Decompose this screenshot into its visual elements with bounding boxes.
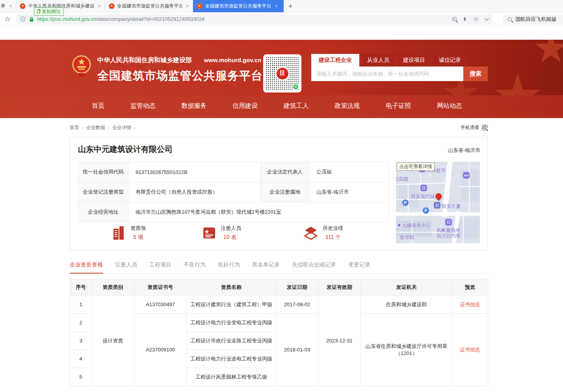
tab-dishonesty-records[interactable]: 失信联合惩戒记录: [292, 261, 336, 273]
certificate-info-link[interactable]: 证书信息: [460, 347, 480, 353]
id-badge-icon: [202, 226, 216, 240]
tab-enterprise-qualifications[interactable]: 企业资质资格: [70, 261, 103, 274]
stat-value: 10 名: [221, 234, 241, 241]
authority-cell: 住房和城乡建设部: [361, 296, 452, 314]
nav-item-home[interactable]: 首页: [92, 102, 104, 110]
company-name: 山东中元建筑设计有限公司: [78, 144, 173, 155]
reg-type-value: 有限责任公司（自然人投资或控股）: [128, 182, 261, 202]
close-icon[interactable]: ×: [98, 3, 101, 9]
search-category-tabs: 建设工程企业 从业人员 建设项目 诚信记录: [311, 54, 488, 67]
nav-item-supervision[interactable]: 监管动态: [130, 102, 156, 110]
main-navigation: 首页 监管动态 数据服务 信用建设 建筑工人 政策法规 电子证照 网站动态: [0, 95, 563, 118]
breadcrumb-separator: ›: [82, 125, 84, 131]
platform-title: 全国建筑市场监管公共服务平台: [97, 68, 263, 84]
favorite-star-icon[interactable]: ☆: [473, 15, 479, 23]
tab-label: 全国建筑市场监管公共服务平台: [205, 3, 271, 9]
map-label-lianan-city: 联安现代城: [411, 193, 435, 200]
tab-jzsc-detail-active[interactable]: 全国建筑市场监管公共服务平台 ×: [193, 0, 284, 12]
zoom-out-icon[interactable]: [452, 17, 457, 21]
reg-region-value: 山东省-临沂市: [309, 182, 389, 202]
copy-url-tooltip: 复制网址: [34, 7, 64, 16]
location-map[interactable]: 点击可查看详情 九州超市 ATM 纪花园 联安现代城 联安大厦 P P 九峰商务…: [396, 162, 480, 243]
tab-good-behavior[interactable]: 良好行为: [218, 261, 240, 273]
col-authority: 发证机关: [361, 279, 452, 296]
qualification-table: 序号 资质类别 资质证书号 资质名称 发证日期 发证有效期 发证机关 预览 1 …: [70, 279, 488, 386]
bookmark-star-icon[interactable]: ☆: [4, 15, 11, 24]
nav-item-credit[interactable]: 信用建设: [232, 102, 258, 110]
nav-item-site-news[interactable]: 网站动态: [437, 102, 462, 110]
search-tab-credit-records[interactable]: 诚信记录: [433, 54, 467, 67]
close-icon[interactable]: ×: [9, 3, 12, 9]
browser-tab-bar: 界 × 中华人民共和国住房和城乡建设 × 全国建筑市场监管公共服务平台 × 全国…: [0, 0, 563, 13]
breadcrumb-company-detail[interactable]: 企业详情: [112, 124, 131, 131]
address-bar[interactable]: https://jzsc.mohurd.gov.cn/data/company/…: [16, 14, 492, 24]
keyword-search-input[interactable]: [311, 67, 463, 81]
search-tab-projects[interactable]: 建设项目: [397, 54, 431, 67]
tab-jzsc-platform[interactable]: 全国建筑市场监管公共服务平台 ×: [105, 0, 193, 12]
tab-label: 全国建筑市场监管公共服务平台: [117, 3, 182, 9]
search-tab-construction-enterprise[interactable]: 建设工程企业: [311, 54, 359, 67]
stat-label: 注册人员: [221, 225, 241, 232]
detail-tabs: 企业资质资格 注册人员 工程项目 不良行为 良好行为 黑名单记录 失信联合惩戒记…: [70, 261, 488, 274]
qr-code-icon: [482, 125, 488, 131]
credit-code-value: 91371302675501022B: [128, 162, 261, 182]
cert-no-cell: A137030497: [134, 296, 187, 314]
search-icon: [508, 17, 512, 21]
qual-name-cell: 工程设计电力行业变电工程专业丙级: [187, 314, 276, 332]
certificate-info-link[interactable]: 证书信息: [460, 301, 480, 307]
breadcrumb-company-data[interactable]: 企业数据: [86, 124, 105, 131]
stat-registered-personnel[interactable]: 注册人员 10 名: [202, 225, 241, 241]
site-header: 中华人民共和国住房和城乡建设部 www.mohurd.gov.cn 全国建筑市场…: [0, 40, 563, 95]
new-tab-button[interactable]: +: [284, 0, 297, 12]
tab-change-records[interactable]: 变更记录: [348, 261, 370, 273]
hot-search-text: 国航回应飞机颠簸: [515, 16, 556, 23]
stat-historical-performance[interactable]: 历史业绩 111 个: [303, 225, 343, 241]
col-validity: 发证有效期: [318, 279, 361, 296]
nav-item-data-service[interactable]: 数据服务: [181, 102, 206, 110]
tab-partial[interactable]: 界 ×: [0, 0, 16, 12]
flash-icon[interactable]: [463, 17, 467, 22]
map-tooltip: 点击可查看详情: [397, 163, 435, 171]
tab-blacklist[interactable]: 黑名单记录: [252, 261, 280, 273]
stat-value: 5 项: [130, 234, 146, 241]
battery-marker-icon: [445, 219, 452, 226]
breadcrumb-home[interactable]: 首页: [70, 124, 79, 131]
header-qr-code[interactable]: S: [263, 54, 301, 92]
chevron-down-icon[interactable]: [485, 18, 488, 20]
url-path: /data/company/detail?id=0021052912405330…: [96, 16, 204, 22]
legal-rep-label: 企业法定代表人: [261, 162, 309, 182]
copy-icon: [37, 10, 40, 13]
stat-qualifications[interactable]: 资质项 5 项: [112, 225, 146, 241]
browser-toolbar: ☆ https://jzsc.mohurd.gov.cn/data/compan…: [0, 13, 563, 26]
nav-item-e-license[interactable]: 电子证照: [386, 102, 411, 110]
nav-item-workers[interactable]: 建筑工人: [284, 102, 309, 110]
close-icon[interactable]: ×: [275, 3, 278, 9]
qual-name-cell: 工程设计建筑行业（建筑工程）甲级: [187, 296, 276, 314]
national-emblem-logo: [72, 54, 91, 78]
map-label-xinhua: 新华苑: [400, 234, 414, 241]
tab-projects[interactable]: 工程项目: [149, 261, 171, 273]
ministry-name: 中华人民共和国住房和城乡建设部: [97, 57, 192, 63]
cert-no-cell: A237009100: [134, 314, 187, 386]
reg-type-label: 企业登记注册类型: [78, 182, 128, 202]
mobile-view-control[interactable]: 手机查看: [461, 124, 488, 131]
search-button[interactable]: 搜索: [463, 67, 488, 81]
shield-icon[interactable]: [20, 16, 26, 22]
seq-cell: 3: [70, 332, 92, 350]
legal-rep-value: 公茂福: [309, 162, 389, 182]
nav-item-policy[interactable]: 政策法规: [335, 102, 360, 110]
tab-bad-behavior[interactable]: 不良行为: [184, 261, 206, 273]
preview-cell: 证书信息: [452, 314, 488, 386]
site-title-block: 中华人民共和国住房和城乡建设部 www.mohurd.gov.cn 全国建筑市场…: [97, 56, 263, 84]
col-seq: 序号: [70, 279, 92, 296]
validity-cell: 2023-12-31: [318, 296, 361, 386]
authority-line2: （1201）: [363, 350, 450, 357]
close-icon[interactable]: ×: [186, 3, 189, 9]
building-icon: [112, 226, 126, 240]
qual-name-cell: 工程设计市政行业道路工程专业丙级: [187, 332, 276, 350]
emblem-favicon: [109, 3, 115, 9]
poi-marker-icon: [397, 223, 401, 227]
toolbar-search-box[interactable]: 国航回应飞机颠簸: [503, 14, 563, 24]
search-tab-practitioners[interactable]: 从业人员: [361, 54, 395, 67]
tab-registered-personnel[interactable]: 注册人员: [115, 261, 137, 273]
